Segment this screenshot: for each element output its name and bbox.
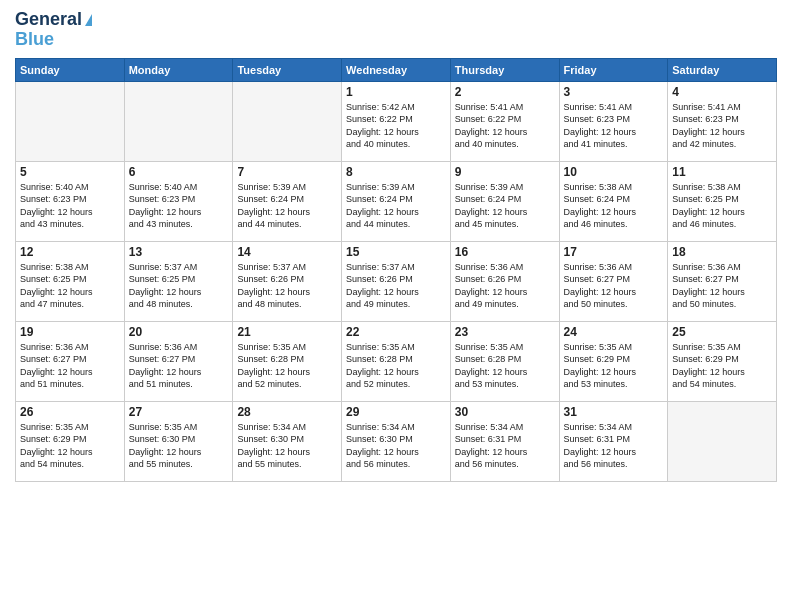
day-info: Sunrise: 5:35 AM Sunset: 6:30 PM Dayligh… <box>129 421 229 471</box>
calendar-cell: 29Sunrise: 5:34 AM Sunset: 6:30 PM Dayli… <box>342 401 451 481</box>
day-number: 25 <box>672 325 772 339</box>
day-info: Sunrise: 5:38 AM Sunset: 6:24 PM Dayligh… <box>564 181 664 231</box>
day-header-wednesday: Wednesday <box>342 58 451 81</box>
calendar-week-3: 12Sunrise: 5:38 AM Sunset: 6:25 PM Dayli… <box>16 241 777 321</box>
day-number: 14 <box>237 245 337 259</box>
day-number: 3 <box>564 85 664 99</box>
calendar-cell: 18Sunrise: 5:36 AM Sunset: 6:27 PM Dayli… <box>668 241 777 321</box>
day-header-sunday: Sunday <box>16 58 125 81</box>
day-info: Sunrise: 5:34 AM Sunset: 6:31 PM Dayligh… <box>455 421 555 471</box>
day-info: Sunrise: 5:36 AM Sunset: 6:27 PM Dayligh… <box>129 341 229 391</box>
day-number: 6 <box>129 165 229 179</box>
day-info: Sunrise: 5:41 AM Sunset: 6:23 PM Dayligh… <box>672 101 772 151</box>
calendar-week-2: 5Sunrise: 5:40 AM Sunset: 6:23 PM Daylig… <box>16 161 777 241</box>
day-info: Sunrise: 5:38 AM Sunset: 6:25 PM Dayligh… <box>20 261 120 311</box>
calendar-week-4: 19Sunrise: 5:36 AM Sunset: 6:27 PM Dayli… <box>16 321 777 401</box>
calendar-cell: 2Sunrise: 5:41 AM Sunset: 6:22 PM Daylig… <box>450 81 559 161</box>
calendar-cell <box>668 401 777 481</box>
day-info: Sunrise: 5:35 AM Sunset: 6:28 PM Dayligh… <box>346 341 446 391</box>
calendar-cell <box>124 81 233 161</box>
day-info: Sunrise: 5:36 AM Sunset: 6:26 PM Dayligh… <box>455 261 555 311</box>
day-info: Sunrise: 5:39 AM Sunset: 6:24 PM Dayligh… <box>346 181 446 231</box>
calendar-cell: 28Sunrise: 5:34 AM Sunset: 6:30 PM Dayli… <box>233 401 342 481</box>
day-info: Sunrise: 5:37 AM Sunset: 6:25 PM Dayligh… <box>129 261 229 311</box>
day-number: 1 <box>346 85 446 99</box>
calendar-cell: 19Sunrise: 5:36 AM Sunset: 6:27 PM Dayli… <box>16 321 125 401</box>
day-number: 23 <box>455 325 555 339</box>
day-number: 13 <box>129 245 229 259</box>
day-info: Sunrise: 5:37 AM Sunset: 6:26 PM Dayligh… <box>237 261 337 311</box>
calendar-cell: 11Sunrise: 5:38 AM Sunset: 6:25 PM Dayli… <box>668 161 777 241</box>
calendar-cell: 6Sunrise: 5:40 AM Sunset: 6:23 PM Daylig… <box>124 161 233 241</box>
calendar-cell: 24Sunrise: 5:35 AM Sunset: 6:29 PM Dayli… <box>559 321 668 401</box>
day-number: 28 <box>237 405 337 419</box>
day-number: 16 <box>455 245 555 259</box>
day-info: Sunrise: 5:39 AM Sunset: 6:24 PM Dayligh… <box>455 181 555 231</box>
day-info: Sunrise: 5:34 AM Sunset: 6:31 PM Dayligh… <box>564 421 664 471</box>
day-info: Sunrise: 5:35 AM Sunset: 6:29 PM Dayligh… <box>564 341 664 391</box>
day-number: 24 <box>564 325 664 339</box>
day-info: Sunrise: 5:41 AM Sunset: 6:22 PM Dayligh… <box>455 101 555 151</box>
calendar-cell: 30Sunrise: 5:34 AM Sunset: 6:31 PM Dayli… <box>450 401 559 481</box>
calendar-cell: 26Sunrise: 5:35 AM Sunset: 6:29 PM Dayli… <box>16 401 125 481</box>
calendar-header-row: SundayMondayTuesdayWednesdayThursdayFrid… <box>16 58 777 81</box>
day-header-thursday: Thursday <box>450 58 559 81</box>
day-number: 9 <box>455 165 555 179</box>
calendar-week-5: 26Sunrise: 5:35 AM Sunset: 6:29 PM Dayli… <box>16 401 777 481</box>
day-info: Sunrise: 5:34 AM Sunset: 6:30 PM Dayligh… <box>346 421 446 471</box>
calendar-cell: 14Sunrise: 5:37 AM Sunset: 6:26 PM Dayli… <box>233 241 342 321</box>
logo-text-blue: Blue <box>15 29 54 49</box>
calendar-cell: 12Sunrise: 5:38 AM Sunset: 6:25 PM Dayli… <box>16 241 125 321</box>
day-info: Sunrise: 5:38 AM Sunset: 6:25 PM Dayligh… <box>672 181 772 231</box>
day-number: 5 <box>20 165 120 179</box>
day-header-friday: Friday <box>559 58 668 81</box>
calendar-cell: 9Sunrise: 5:39 AM Sunset: 6:24 PM Daylig… <box>450 161 559 241</box>
calendar-cell: 4Sunrise: 5:41 AM Sunset: 6:23 PM Daylig… <box>668 81 777 161</box>
day-info: Sunrise: 5:35 AM Sunset: 6:28 PM Dayligh… <box>237 341 337 391</box>
calendar-cell: 7Sunrise: 5:39 AM Sunset: 6:24 PM Daylig… <box>233 161 342 241</box>
day-number: 2 <box>455 85 555 99</box>
day-info: Sunrise: 5:35 AM Sunset: 6:29 PM Dayligh… <box>672 341 772 391</box>
calendar-cell: 31Sunrise: 5:34 AM Sunset: 6:31 PM Dayli… <box>559 401 668 481</box>
calendar-cell: 25Sunrise: 5:35 AM Sunset: 6:29 PM Dayli… <box>668 321 777 401</box>
day-header-monday: Monday <box>124 58 233 81</box>
calendar-cell: 21Sunrise: 5:35 AM Sunset: 6:28 PM Dayli… <box>233 321 342 401</box>
day-number: 17 <box>564 245 664 259</box>
day-number: 29 <box>346 405 446 419</box>
calendar-cell: 10Sunrise: 5:38 AM Sunset: 6:24 PM Dayli… <box>559 161 668 241</box>
day-info: Sunrise: 5:36 AM Sunset: 6:27 PM Dayligh… <box>672 261 772 311</box>
calendar-cell <box>233 81 342 161</box>
header: General Blue <box>15 10 777 50</box>
calendar-cell <box>16 81 125 161</box>
day-info: Sunrise: 5:34 AM Sunset: 6:30 PM Dayligh… <box>237 421 337 471</box>
day-number: 31 <box>564 405 664 419</box>
calendar-cell: 8Sunrise: 5:39 AM Sunset: 6:24 PM Daylig… <box>342 161 451 241</box>
calendar-cell: 3Sunrise: 5:41 AM Sunset: 6:23 PM Daylig… <box>559 81 668 161</box>
day-info: Sunrise: 5:39 AM Sunset: 6:24 PM Dayligh… <box>237 181 337 231</box>
day-info: Sunrise: 5:36 AM Sunset: 6:27 PM Dayligh… <box>20 341 120 391</box>
calendar-cell: 27Sunrise: 5:35 AM Sunset: 6:30 PM Dayli… <box>124 401 233 481</box>
day-number: 26 <box>20 405 120 419</box>
day-info: Sunrise: 5:36 AM Sunset: 6:27 PM Dayligh… <box>564 261 664 311</box>
day-info: Sunrise: 5:40 AM Sunset: 6:23 PM Dayligh… <box>20 181 120 231</box>
day-number: 20 <box>129 325 229 339</box>
calendar-cell: 16Sunrise: 5:36 AM Sunset: 6:26 PM Dayli… <box>450 241 559 321</box>
day-info: Sunrise: 5:35 AM Sunset: 6:28 PM Dayligh… <box>455 341 555 391</box>
day-number: 4 <box>672 85 772 99</box>
day-number: 27 <box>129 405 229 419</box>
logo-text-general: General <box>15 10 82 30</box>
day-number: 15 <box>346 245 446 259</box>
calendar-table: SundayMondayTuesdayWednesdayThursdayFrid… <box>15 58 777 482</box>
day-number: 18 <box>672 245 772 259</box>
calendar-cell: 1Sunrise: 5:42 AM Sunset: 6:22 PM Daylig… <box>342 81 451 161</box>
calendar-cell: 23Sunrise: 5:35 AM Sunset: 6:28 PM Dayli… <box>450 321 559 401</box>
main-container: General Blue SundayMondayTuesdayWednesda… <box>0 0 792 492</box>
day-info: Sunrise: 5:37 AM Sunset: 6:26 PM Dayligh… <box>346 261 446 311</box>
calendar-week-1: 1Sunrise: 5:42 AM Sunset: 6:22 PM Daylig… <box>16 81 777 161</box>
day-number: 22 <box>346 325 446 339</box>
day-header-tuesday: Tuesday <box>233 58 342 81</box>
day-number: 7 <box>237 165 337 179</box>
day-number: 11 <box>672 165 772 179</box>
day-number: 21 <box>237 325 337 339</box>
day-info: Sunrise: 5:42 AM Sunset: 6:22 PM Dayligh… <box>346 101 446 151</box>
